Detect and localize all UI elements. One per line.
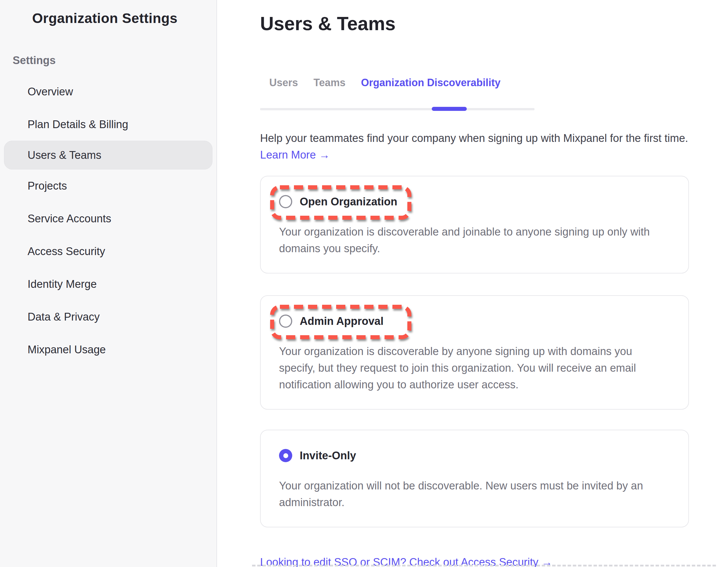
radio-inner-dot [283,453,288,458]
sidebar-item-projects[interactable]: Projects [0,169,216,202]
option-card-invite-only: Invite-Only Your organization will not b… [260,430,689,527]
sidebar-item-label: Plan Details & Billing [28,118,128,131]
sidebar-item-label: Mixpanel Usage [28,344,106,356]
sidebar-item-data-privacy[interactable]: Data & Privacy [0,301,216,333]
option-row-admin-approval: Admin Approval [279,307,395,336]
sidebar-item-plan-details-billing[interactable]: Plan Details & Billing [0,108,216,141]
sidebar-item-users-teams[interactable]: Users & Teams [4,141,212,169]
sidebar-item-access-security[interactable]: Access Security [0,235,216,268]
option-row-invite-only: Invite-Only [279,441,367,470]
sidebar-item-label: Users & Teams [28,149,101,161]
option-description-open-organization: Your organization is discoverable and jo… [279,223,670,257]
sidebar-item-overview[interactable]: Overview [0,75,216,108]
option-card-open-organization: Open Organization Your organization is d… [260,176,689,273]
option-description-admin-approval: Your organization is discoverable by any… [279,343,670,393]
tab-teams[interactable]: Teams [313,77,345,88]
intro-text: Help your teammates find your company wh… [260,131,728,145]
sidebar-item-mixpanel-usage[interactable]: Mixpanel Usage [0,333,216,366]
sidebar-item-identity-merge[interactable]: Identity Merge [0,268,216,301]
learn-more-link[interactable]: Learn More → [260,148,330,162]
option-description-invite-only: Your organization will not be discoverab… [279,477,670,511]
option-card-admin-approval: Admin Approval Your organization is disc… [260,295,689,410]
radio-admin-approval[interactable] [279,315,292,328]
sidebar-item-label: Access Security [28,245,105,257]
page-title: Users & Teams [260,13,728,34]
organization-settings-page: Organization Settings Settings Overview … [0,0,728,567]
tab-bar: Users Teams Organization Discoverability [260,77,728,88]
tab-organization-discoverability[interactable]: Organization Discoverability [361,77,500,88]
sidebar-item-service-accounts[interactable]: Service Accounts [0,202,216,235]
learn-more-label: Learn More [260,149,316,161]
main-content: Users & Teams Users Teams Organization D… [217,0,728,567]
tab-underline [260,108,535,110]
sidebar-item-label: Overview [28,86,73,98]
option-label-open-organization: Open Organization [300,195,397,208]
tab-users[interactable]: Users [269,77,298,88]
sidebar-item-label: Identity Merge [28,278,97,291]
sidebar-item-label: Service Accounts [28,212,111,225]
sidebar-title: Organization Settings [32,10,216,27]
sidebar-item-label: Projects [28,180,67,192]
sidebar: Organization Settings Settings Overview … [0,0,217,567]
arrow-right-icon: → [319,149,330,161]
option-label-admin-approval: Admin Approval [300,315,384,328]
option-row-open-organization: Open Organization [279,187,409,216]
sidebar-nav: Overview Plan Details & Billing Users & … [0,75,216,366]
bottom-dotted-divider [252,565,716,566]
option-label-invite-only: Invite-Only [300,450,356,462]
radio-invite-only-selected[interactable] [279,449,292,462]
radio-open-organization[interactable] [279,195,292,208]
sidebar-section-label: Settings [13,54,216,67]
active-tab-indicator [432,107,467,111]
sidebar-item-label: Data & Privacy [28,311,100,323]
